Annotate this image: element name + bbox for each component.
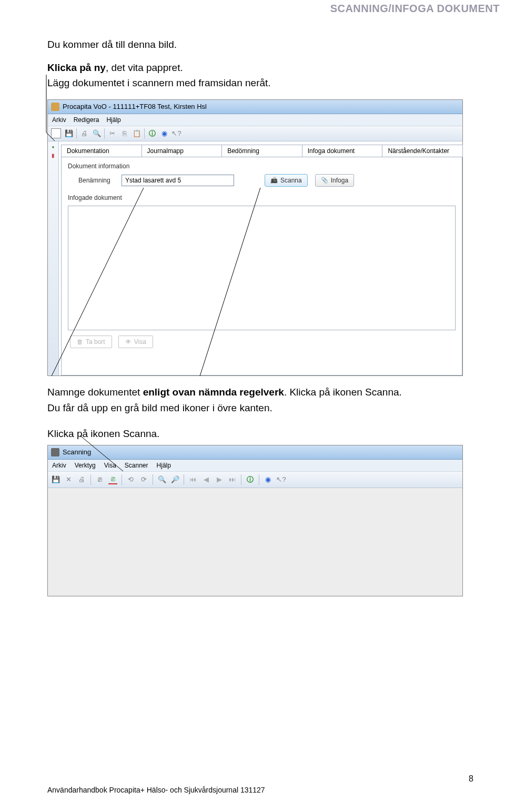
intro-line2b: , det vita pappret. <box>106 62 183 73</box>
rotate-right-icon[interactable]: ⟳ <box>139 475 148 484</box>
last-page-icon[interactable]: ⏭ <box>228 475 237 484</box>
separator <box>90 474 91 485</box>
benamning-label: Benämning <box>78 177 114 184</box>
whatsthis-scan-icon[interactable]: ↖? <box>277 475 286 484</box>
select-scanner-icon[interactable]: ⎚ <box>95 475 104 484</box>
benamning-input[interactable]: Ystad lasarett avd 5 <box>122 175 234 186</box>
intro-bold: Klicka på ny <box>47 62 106 73</box>
intro-line1: Du kommer då till denna bild. <box>47 38 473 52</box>
info-icon[interactable]: ⓘ <box>148 129 157 138</box>
menu-redigera[interactable]: Redigera <box>74 116 99 124</box>
separator <box>153 474 153 485</box>
page-number: 8 <box>469 774 473 784</box>
tab-dokumentation[interactable]: Dokumentation <box>61 145 142 157</box>
separator <box>241 474 241 485</box>
whatsthis-icon[interactable]: ↖? <box>172 129 181 138</box>
find-icon[interactable]: 🔍 <box>92 129 101 138</box>
separator <box>184 474 184 485</box>
page-header: SCANNING/INFOGA DOKUMENT <box>330 3 500 15</box>
prev-page-icon[interactable]: ◀ <box>201 475 210 484</box>
tab-journalmapp[interactable]: Journalmapp <box>142 145 223 157</box>
tab-bedomning[interactable]: Bedömning <box>221 145 302 157</box>
arrow-to-scan-icon <box>80 435 133 472</box>
scanning-app-icon <box>51 448 59 456</box>
mid-1b: enligt ovan nämnda regelverk <box>143 387 284 398</box>
menu-hjalp[interactable]: Hjälp <box>106 116 120 124</box>
sidebar-ico2[interactable]: ▮ <box>52 153 55 158</box>
footer-text: Användarhandbok Procapita+ Hälso- och Sj… <box>47 786 265 794</box>
print-scan-icon[interactable]: 🖨 <box>77 475 86 484</box>
trash-icon: 🗑 <box>77 338 83 346</box>
mid-text: Namnge dokumentet enligt ovan nämnda reg… <box>47 385 473 441</box>
separator <box>259 474 259 485</box>
mid-1c: . Klicka på ikonen Scanna. <box>284 387 402 398</box>
tab-row: Dokumentation Journalmapp Bedömning Info… <box>61 145 462 157</box>
section-infogade: Infogade dokument <box>68 194 456 201</box>
infoga-button[interactable]: 📎 Infoga <box>315 174 354 187</box>
eye-icon: 👁 <box>125 338 132 346</box>
separator <box>122 474 122 485</box>
paste-icon[interactable]: 📋 <box>132 129 141 138</box>
attach-icon: 📎 <box>321 177 328 184</box>
zoom-out-icon[interactable]: 🔎 <box>170 475 179 484</box>
first-page-icon[interactable]: ⏮ <box>188 475 197 484</box>
smenu-arkiv[interactable]: Arkiv <box>52 462 66 469</box>
scanna-button[interactable]: 📠 Scanna <box>265 174 308 187</box>
procapita-menubar: Arkiv Redigera Hjälp <box>48 114 462 126</box>
cut-icon[interactable]: ✂ <box>108 129 117 138</box>
arrow-to-new-icon <box>45 75 66 138</box>
procapita-toolbar: ▫ 💾 🖨 🔍 ✂ ⎘ 📋 ⓘ ◉ ↖? <box>48 126 462 141</box>
help-icon[interactable]: ◉ <box>160 129 169 138</box>
procapita-screenshot: Procapita VoO - 111111+TF08 Test, Kirste… <box>47 99 463 376</box>
section-dokument-info: Dokument information <box>68 163 456 170</box>
print-icon[interactable]: 🖨 <box>80 129 89 138</box>
separator <box>104 128 105 139</box>
content-panel: Dokument information Benämning Ystad las… <box>61 157 462 375</box>
delete-scan-icon[interactable]: ✕ <box>64 475 73 484</box>
smenu-hjalp[interactable]: Hjälp <box>157 462 171 469</box>
next-page-icon[interactable]: ▶ <box>215 475 224 484</box>
svg-line-4 <box>80 435 123 471</box>
save-scan-icon[interactable]: 💾 <box>51 475 60 484</box>
intro-text: Du kommer då till denna bild. Klicka på … <box>47 38 473 90</box>
info-scan-icon[interactable]: ⓘ <box>246 475 255 484</box>
zoom-in-icon[interactable]: 🔍 <box>157 475 166 484</box>
mid-2: Du får då upp en grå bild med ikoner i ö… <box>47 401 473 415</box>
sidebar-ico1[interactable]: ● <box>52 145 55 149</box>
mid-1a: Namnge dokumentet <box>47 387 143 398</box>
tab-infoga-dokument[interactable]: Infoga dokument <box>302 145 383 157</box>
rotate-left-icon[interactable]: ⟲ <box>126 475 135 484</box>
scanning-body <box>48 488 462 596</box>
help-scan-icon[interactable]: ◉ <box>264 475 272 484</box>
separator <box>76 128 77 139</box>
scan-action-icon[interactable]: ⎚ <box>108 474 117 484</box>
arrow-to-scanna <box>200 376 305 377</box>
tabort-button[interactable]: 🗑 Ta bort <box>70 336 112 348</box>
intro-line3: Lägg dokumentet i scannern med framsidan… <box>47 76 473 90</box>
scanning-toolbar: 💾 ✕ 🖨 ⎚ ⎚ ⟲ ⟳ 🔍 🔎 ⏮ ◀ ▶ ⏭ ⓘ ◉ ↖? <box>48 472 462 488</box>
procapita-titlebar: Procapita VoO - 111111+TF08 Test, Kirste… <box>48 100 462 114</box>
window-title: Procapita VoO - 111111+TF08 Test, Kirste… <box>63 103 207 110</box>
tab-narstaende[interactable]: Närstående/Kontakter <box>382 145 463 157</box>
separator <box>144 128 145 139</box>
visa-button[interactable]: 👁 Visa <box>118 336 153 348</box>
scanner-icon: 📠 <box>270 177 278 184</box>
copy-icon[interactable]: ⎘ <box>120 129 129 138</box>
